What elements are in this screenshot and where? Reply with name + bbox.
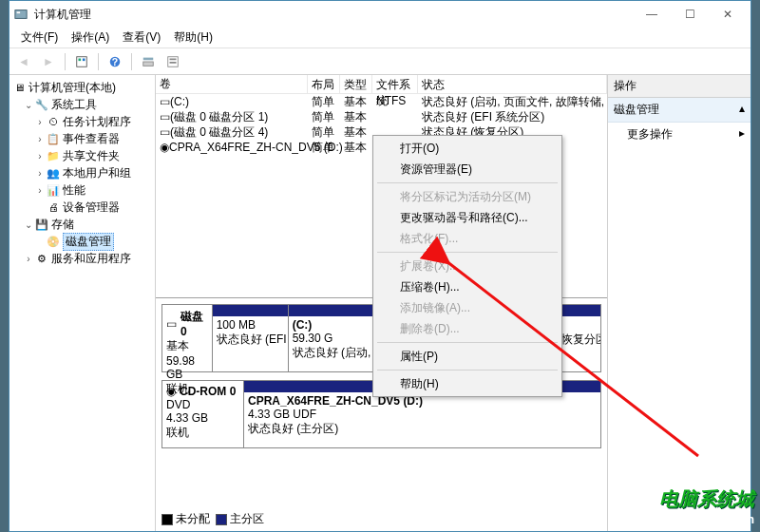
svg-rect-1	[17, 11, 21, 13]
separator	[65, 53, 66, 70]
partition-bar	[213, 305, 288, 316]
legend-primary: 主分区	[216, 511, 264, 527]
svg-rect-3	[79, 58, 82, 61]
legend-unallocated: 未分配	[162, 511, 210, 527]
close-button[interactable]: ✕	[709, 4, 747, 25]
svg-text:?: ?	[112, 55, 118, 66]
toolbar: ◄ ► ?	[10, 48, 750, 75]
menubar: 文件(F) 操作(A) 查看(V) 帮助(H)	[10, 28, 750, 48]
actions-pane: 操作 磁盘管理 ▴ 更多操作 ▸	[608, 75, 750, 531]
menu-action[interactable]: 操作(A)	[66, 28, 115, 48]
perf-icon: 📊	[46, 182, 61, 198]
separator	[131, 53, 132, 70]
legend: 未分配 主分区	[162, 511, 264, 527]
svg-rect-8	[143, 62, 154, 66]
folder-icon: 📁	[46, 148, 61, 163]
menu-separator	[377, 342, 558, 343]
tree-services-apps[interactable]: › ⚙ 服务和应用程序	[11, 250, 153, 267]
tree-event-viewer[interactable]: ›📋事件查看器	[11, 130, 153, 147]
menu-view[interactable]: 查看(V)	[117, 28, 166, 48]
disc-icon: ◉	[166, 385, 176, 398]
help-button[interactable]: ?	[104, 51, 125, 72]
svg-rect-11	[170, 62, 177, 64]
ctx-mark-active: 将分区标记为活动分区(M)	[375, 186, 560, 207]
col-volume[interactable]: 卷	[156, 75, 308, 93]
svg-rect-4	[83, 58, 86, 61]
collapse-icon[interactable]: ⌄	[23, 100, 34, 110]
app-icon	[13, 7, 28, 22]
refresh-button[interactable]	[71, 51, 92, 72]
menu-separator	[377, 370, 558, 370]
tree-shared-folders[interactable]: ›📁共享文件夹	[11, 147, 153, 164]
drive-icon: ▭	[160, 125, 170, 139]
tree-task-scheduler[interactable]: ›⏲任务计划程序	[11, 113, 153, 130]
context-menu: 打开(O) 资源管理器(E) 将分区标记为活动分区(M) 更改驱动器号和路径(C…	[372, 135, 562, 397]
clock-icon: ⏲	[46, 114, 61, 129]
ctx-extend: 扩展卷(X)...	[375, 256, 560, 276]
nav-tree: 🖥 计算机管理(本地) ⌄ 🔧 系统工具 ›⏲任务计划程序 ›📋事件查看器 ›📁…	[10, 75, 156, 531]
ctx-properties[interactable]: 属性(P)	[375, 346, 560, 367]
drive-icon: ▭	[160, 95, 170, 108]
svg-rect-10	[170, 58, 177, 60]
partition-efi[interactable]: 100 MB状态良好 (EFI	[213, 305, 289, 371]
toolbar-button[interactable]	[162, 51, 183, 72]
disk-0-header[interactable]: ▭磁盘 0 基本 59.98 GB 联机	[162, 305, 213, 371]
ctx-format: 格式化(F)...	[375, 228, 560, 249]
toolbar-button[interactable]	[138, 51, 159, 72]
collapse-icon[interactable]: ⌄	[23, 219, 34, 230]
col-layout[interactable]: 布局	[308, 75, 340, 93]
menu-file[interactable]: 文件(F)	[15, 28, 64, 48]
legend-swatch	[162, 514, 173, 525]
services-icon: ⚙	[34, 251, 49, 266]
legend-swatch	[216, 514, 227, 525]
tree-storage[interactable]: ⌄ 💾 存储	[11, 216, 153, 233]
computer-icon: 🖥	[11, 80, 27, 95]
watermark-text: 电脑系统城	[637, 486, 754, 512]
watermark: 电脑系统城 pcxitongcheng.com	[637, 486, 754, 526]
separator	[98, 53, 99, 70]
window-title: 计算机管理	[34, 7, 633, 23]
col-filesystem[interactable]: 文件系统	[372, 75, 418, 93]
col-type[interactable]: 类型	[340, 75, 372, 93]
volume-row[interactable]: ▭(磁盘 0 磁盘分区 1) 简单基本状态良好 (EFI 系统分区)	[156, 109, 607, 124]
svg-rect-2	[77, 56, 87, 66]
actions-header: 操作	[608, 75, 750, 98]
drive-icon: ▭	[160, 110, 170, 124]
disk-icon: ▭	[166, 317, 177, 331]
minimize-button[interactable]: —	[633, 4, 671, 25]
chevron-right-icon: ▸	[739, 126, 745, 142]
menu-separator	[377, 252, 558, 253]
titlebar: 计算机管理 — ☐ ✕	[10, 1, 750, 28]
tree-device-manager[interactable]: 🖨设备管理器	[11, 199, 153, 216]
ctx-add-mirror: 添加镜像(A)...	[375, 297, 560, 318]
ctx-help[interactable]: 帮助(H)	[375, 373, 560, 394]
svg-rect-0	[15, 10, 27, 19]
volume-list-header: 卷 布局 类型 文件系统 状态	[156, 75, 607, 94]
volume-row[interactable]: ▭(C:) 简单基本NTFS状态良好 (启动, 页面文件, 故障转储, 基本数据…	[156, 94, 607, 109]
ctx-delete: 删除卷(D)...	[375, 318, 560, 339]
tree-performance[interactable]: ›📊性能	[11, 181, 153, 199]
disc-icon: ◉	[160, 141, 169, 154]
menu-separator	[377, 182, 558, 183]
forward-button: ►	[38, 51, 59, 72]
ctx-open[interactable]: 打开(O)	[375, 138, 560, 159]
storage-icon: 💾	[34, 217, 49, 232]
window-controls: — ☐ ✕	[633, 4, 747, 25]
maximize-button[interactable]: ☐	[671, 4, 709, 25]
tree-system-tools[interactable]: ⌄ 🔧 系统工具	[11, 96, 153, 113]
ctx-explorer[interactable]: 资源管理器(E)	[375, 159, 560, 180]
svg-rect-7	[143, 57, 154, 60]
menu-help[interactable]: 帮助(H)	[168, 28, 218, 48]
col-status[interactable]: 状态	[418, 75, 607, 93]
actions-section[interactable]: 磁盘管理 ▴	[608, 98, 750, 123]
ctx-shrink[interactable]: 压缩卷(H)...	[375, 276, 560, 297]
tree-local-users[interactable]: ›👥本地用户和组	[11, 164, 153, 181]
tree-root[interactable]: 🖥 计算机管理(本地)	[11, 79, 153, 96]
expand-icon[interactable]: ›	[23, 254, 34, 264]
collapse-icon[interactable]: ▴	[739, 102, 745, 118]
ctx-change-letter[interactable]: 更改驱动器号和路径(C)...	[375, 207, 560, 228]
actions-more[interactable]: 更多操作 ▸	[608, 123, 750, 146]
tree-disk-management[interactable]: 📀磁盘管理	[11, 233, 153, 250]
wrench-icon: 🔧	[34, 97, 49, 112]
cdrom-0-header[interactable]: ◉CD-ROM 0 DVD 4.33 GB 联机	[162, 381, 244, 447]
